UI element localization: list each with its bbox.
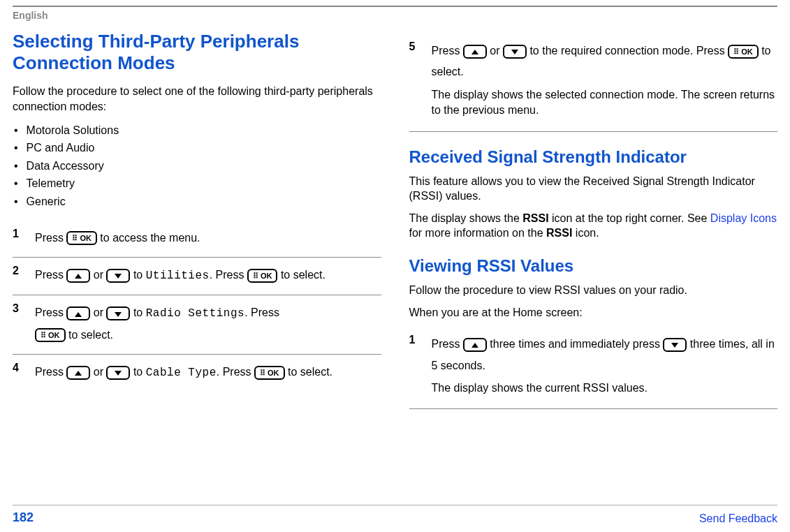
down-arrow-icon xyxy=(106,306,130,320)
step-text: to xyxy=(133,269,146,281)
step-text: to select. xyxy=(288,366,332,378)
heading-rssi: Received Signal Strength Indicator xyxy=(409,147,778,167)
list-item: Motorola Solutions xyxy=(13,121,381,140)
modes-list: Motorola Solutions PC and Audio Data Acc… xyxy=(13,121,381,211)
step-body: Press three times and immediately press … xyxy=(432,334,778,396)
left-column: Selecting Third-Party Peripherals Connec… xyxy=(13,31,381,409)
rssi-step-1: 1 Press three times and immediately pres… xyxy=(409,327,778,404)
step-text: or xyxy=(94,306,107,318)
send-feedback-link[interactable]: Send Feedback xyxy=(699,512,777,525)
procedure-steps-right-top: 5 Press or to the required connection mo… xyxy=(409,34,778,127)
page-number: 182 xyxy=(13,510,34,525)
ok-button-icon: ⠿ OK xyxy=(728,45,759,59)
list-item-label: PC and Audio xyxy=(27,139,95,157)
up-arrow-icon xyxy=(66,269,90,283)
ok-button-icon: ⠿ OK xyxy=(66,231,97,245)
ok-button-icon: ⠿ OK xyxy=(35,328,66,342)
display-icons-link[interactable]: Display Icons xyxy=(710,212,777,224)
step-text: to select. xyxy=(281,269,325,281)
step-text: Press xyxy=(432,338,463,350)
up-arrow-icon xyxy=(66,306,90,320)
content-columns: Selecting Third-Party Peripherals Connec… xyxy=(13,31,777,409)
text-fragment: The display shows the xyxy=(409,212,523,224)
step-text: to select. xyxy=(68,329,113,341)
step-1: 1 Press ⠿ OK to access the menu. xyxy=(13,221,381,258)
step-text: . Press xyxy=(217,366,254,378)
step-text: to access the menu. xyxy=(100,232,200,244)
step-text: to the required connection mode. Press xyxy=(529,45,728,57)
menu-radio-settings: Radio Settings xyxy=(146,307,244,320)
step-result-note: The display shows the current RSSI value… xyxy=(432,380,778,396)
down-arrow-icon xyxy=(106,269,130,283)
step-text: Press xyxy=(35,306,66,318)
step-body: Press or to Radio Settings. Press ⠿ OK t… xyxy=(35,302,381,346)
rssi-icon-paragraph: The display shows the RSSI icon at the t… xyxy=(409,211,778,241)
heading-line1: Selecting Third-Party Peripherals xyxy=(13,31,299,52)
step-5: 5 Press or to the required connection mo… xyxy=(409,34,778,127)
step-text: . Press xyxy=(210,269,247,281)
step-body: Press or to Cable Type. Press ⠿ OK to se… xyxy=(35,362,381,383)
up-arrow-icon xyxy=(463,338,487,352)
step-2: 2 Press or to Utilities. Press ⠿ OK to s… xyxy=(13,258,381,295)
step-body: Press ⠿ OK to access the menu. xyxy=(35,228,381,249)
text-fragment: icon at the top right corner. See xyxy=(549,212,710,224)
procedure-steps-rssi: 1 Press three times and immediately pres… xyxy=(409,327,778,404)
section-divider xyxy=(409,408,778,409)
ok-button-icon: ⠿ OK xyxy=(247,269,278,283)
step-number: 3 xyxy=(13,302,28,346)
step-text: to xyxy=(133,366,146,378)
rssi-bold: RSSI xyxy=(522,212,548,224)
step-text: or xyxy=(94,366,107,378)
top-rule xyxy=(13,6,777,7)
page-footer: 182 Send Feedback xyxy=(13,510,777,525)
list-item: PC and Audio xyxy=(13,139,381,157)
list-item-label: Telemetry xyxy=(27,175,75,193)
step-text: or xyxy=(94,269,107,281)
rssi-bold: RSSI xyxy=(546,227,572,239)
list-item: Generic xyxy=(13,193,381,211)
heading-line2: Connection Modes xyxy=(13,52,175,73)
step-result-note: The display shows the selected connectio… xyxy=(432,87,778,119)
heading-selecting-modes: Selecting Third-Party Peripherals Connec… xyxy=(13,31,381,74)
step-text: or xyxy=(490,45,503,57)
section-divider xyxy=(409,131,778,132)
step-4: 4 Press or to Cable Type. Press ⠿ OK to … xyxy=(13,355,381,392)
up-arrow-icon xyxy=(463,45,487,59)
down-arrow-icon xyxy=(663,338,687,352)
step-body: Press or to the required connection mode… xyxy=(432,40,778,119)
intro-paragraph: Follow the procedure to select one of th… xyxy=(13,84,381,114)
step-number: 2 xyxy=(13,265,28,286)
step-3: 3 Press or to Radio Settings. Press ⠿ OK… xyxy=(13,295,381,355)
language-header: English xyxy=(13,10,777,21)
procedure-steps-left: 1 Press ⠿ OK to access the menu. 2 Press… xyxy=(13,221,381,392)
view-rssi-intro: Follow the procedure to view RSSI values… xyxy=(409,283,778,298)
step-text: Press xyxy=(35,366,66,378)
list-item-label: Data Accessory xyxy=(27,157,104,175)
step-text: Press xyxy=(35,269,66,281)
step-number: 1 xyxy=(13,228,28,249)
step-number: 5 xyxy=(409,40,425,119)
step-number: 4 xyxy=(13,362,28,383)
menu-cable-type: Cable Type xyxy=(146,367,217,379)
step-body: Press or to Utilities. Press ⠿ OK to sel… xyxy=(35,265,381,286)
text-fragment: icon. xyxy=(572,227,599,239)
step-text: . Press xyxy=(244,306,279,318)
down-arrow-icon xyxy=(503,45,527,59)
step-text: Press xyxy=(432,45,463,57)
right-column: 5 Press or to the required connection mo… xyxy=(409,31,778,409)
text-fragment: for more information on the xyxy=(409,227,547,239)
up-arrow-icon xyxy=(66,366,90,380)
down-arrow-icon xyxy=(106,366,130,380)
heading-view-rssi: Viewing RSSI Values xyxy=(409,256,778,276)
step-number: 1 xyxy=(409,334,425,396)
list-item-label: Generic xyxy=(27,193,66,211)
footer-divider xyxy=(13,505,777,505)
list-item-label: Motorola Solutions xyxy=(27,121,119,140)
step-text: three times and immediately press xyxy=(490,338,663,350)
step-text: to xyxy=(133,306,146,318)
step-text: Press xyxy=(35,232,66,244)
list-item: Telemetry xyxy=(13,175,381,193)
menu-utilities: Utilities xyxy=(146,269,210,282)
ok-button-icon: ⠿ OK xyxy=(254,366,285,380)
list-item: Data Accessory xyxy=(13,157,381,175)
